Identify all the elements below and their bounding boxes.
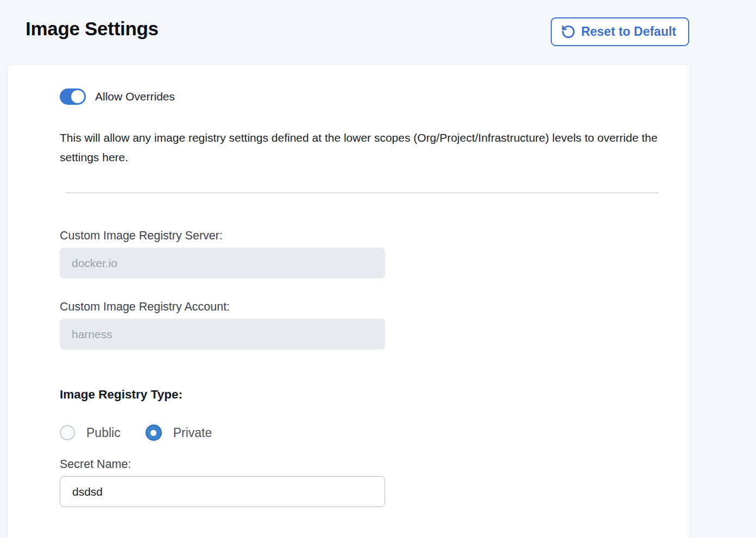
image-settings-page: Image Settings Reset to Default Allow Ov… bbox=[0, 0, 756, 538]
registry-server-label: Custom Image Registry Server: bbox=[60, 229, 663, 243]
toggle-knob bbox=[71, 90, 84, 103]
allow-overrides-label: Allow Overrides bbox=[95, 90, 175, 103]
reset-button-label: Reset to Default bbox=[581, 24, 676, 39]
registry-account-input[interactable] bbox=[60, 319, 385, 350]
settings-card: Allow Overrides This will allow any imag… bbox=[8, 65, 690, 538]
private-radio-label: Private bbox=[173, 426, 212, 440]
private-radio-icon bbox=[146, 425, 162, 441]
allow-overrides-toggle[interactable] bbox=[60, 88, 86, 105]
secret-name-field: Secret Name: bbox=[60, 458, 663, 507]
section-divider bbox=[65, 192, 659, 193]
secret-name-label: Secret Name: bbox=[60, 458, 663, 471]
registry-type-label: Image Registry Type: bbox=[60, 388, 663, 402]
overrides-description: This will allow any image registry setti… bbox=[60, 128, 663, 167]
registry-server-input[interactable] bbox=[60, 248, 385, 279]
registry-account-label: Custom Image Registry Account: bbox=[60, 300, 663, 314]
allow-overrides-row: Allow Overrides bbox=[60, 88, 663, 105]
page-title: Image Settings bbox=[26, 18, 159, 40]
registry-account-field: Custom Image Registry Account: bbox=[60, 300, 663, 350]
radio-option-private[interactable]: Private bbox=[146, 425, 212, 441]
page-header: Image Settings Reset to Default bbox=[0, 0, 756, 65]
radio-option-public[interactable]: Public bbox=[60, 425, 121, 440]
public-radio-icon bbox=[60, 425, 75, 440]
public-radio-label: Public bbox=[86, 426, 121, 440]
secret-name-input[interactable] bbox=[60, 476, 385, 507]
registry-type-radio-group: Public Private bbox=[60, 425, 663, 441]
rotate-ccw-icon bbox=[561, 24, 576, 39]
reset-to-default-button[interactable]: Reset to Default bbox=[551, 17, 689, 46]
registry-server-field: Custom Image Registry Server: bbox=[60, 229, 663, 279]
